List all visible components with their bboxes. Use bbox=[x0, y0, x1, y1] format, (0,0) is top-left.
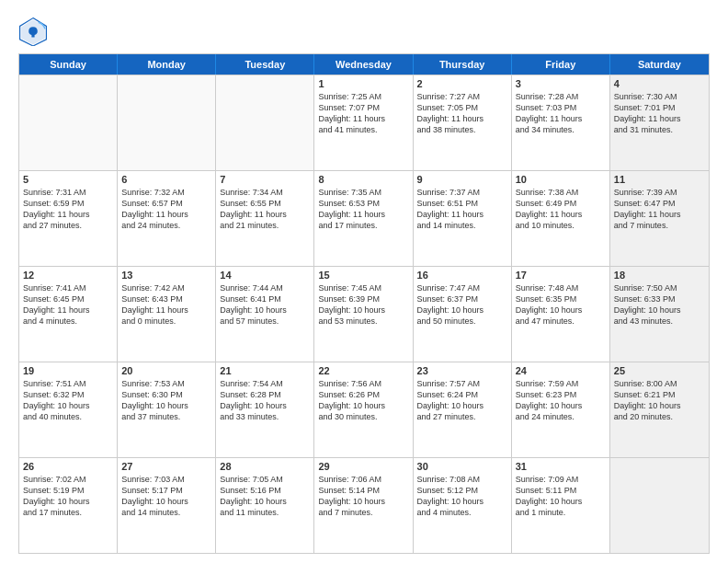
calendar-cell: 10Sunrise: 7:38 AM Sunset: 6:49 PM Dayli… bbox=[512, 171, 610, 266]
day-number: 9 bbox=[417, 174, 507, 185]
calendar-cell: 8Sunrise: 7:35 AM Sunset: 6:53 PM Daylig… bbox=[314, 171, 413, 266]
logo bbox=[18, 17, 51, 46]
day-number: 20 bbox=[121, 365, 211, 376]
calendar-cell: 31Sunrise: 7:09 AM Sunset: 5:11 PM Dayli… bbox=[512, 458, 610, 553]
day-info: Sunrise: 7:56 AM Sunset: 6:26 PM Dayligh… bbox=[318, 378, 408, 423]
calendar-cell: 15Sunrise: 7:45 AM Sunset: 6:39 PM Dayli… bbox=[314, 267, 413, 362]
day-number: 27 bbox=[121, 461, 211, 472]
day-number: 11 bbox=[614, 174, 705, 185]
day-info: Sunrise: 7:41 AM Sunset: 6:45 PM Dayligh… bbox=[23, 282, 113, 327]
day-info: Sunrise: 7:06 AM Sunset: 5:14 PM Dayligh… bbox=[318, 474, 408, 519]
day-number: 25 bbox=[614, 365, 705, 376]
day-number: 1 bbox=[318, 78, 408, 89]
day-info: Sunrise: 7:47 AM Sunset: 6:37 PM Dayligh… bbox=[417, 282, 507, 327]
calendar-cell: 5Sunrise: 7:31 AM Sunset: 6:59 PM Daylig… bbox=[19, 171, 118, 266]
day-info: Sunrise: 7:30 AM Sunset: 7:01 PM Dayligh… bbox=[614, 91, 705, 136]
day-number: 31 bbox=[516, 461, 606, 472]
day-info: Sunrise: 7:50 AM Sunset: 6:33 PM Dayligh… bbox=[614, 282, 705, 327]
day-number: 30 bbox=[417, 461, 507, 472]
calendar-row-0: 1Sunrise: 7:25 AM Sunset: 7:07 PM Daylig… bbox=[19, 75, 709, 170]
day-info: Sunrise: 7:28 AM Sunset: 7:03 PM Dayligh… bbox=[516, 91, 606, 136]
day-info: Sunrise: 7:35 AM Sunset: 6:53 PM Dayligh… bbox=[318, 187, 408, 232]
day-info: Sunrise: 7:53 AM Sunset: 6:30 PM Dayligh… bbox=[121, 378, 211, 423]
day-number: 12 bbox=[23, 270, 113, 281]
header-day-thursday: Thursday bbox=[414, 54, 512, 75]
calendar-cell: 25Sunrise: 8:00 AM Sunset: 6:21 PM Dayli… bbox=[610, 362, 709, 457]
day-info: Sunrise: 7:54 AM Sunset: 6:28 PM Dayligh… bbox=[220, 378, 310, 423]
calendar-row-4: 26Sunrise: 7:02 AM Sunset: 5:19 PM Dayli… bbox=[19, 457, 709, 553]
calendar-cell: 4Sunrise: 7:30 AM Sunset: 7:01 PM Daylig… bbox=[610, 75, 709, 170]
day-number: 5 bbox=[23, 174, 113, 185]
day-info: Sunrise: 7:09 AM Sunset: 5:11 PM Dayligh… bbox=[516, 474, 606, 519]
day-info: Sunrise: 7:48 AM Sunset: 6:35 PM Dayligh… bbox=[516, 282, 606, 327]
day-number: 3 bbox=[516, 78, 606, 89]
calendar-cell: 19Sunrise: 7:51 AM Sunset: 6:32 PM Dayli… bbox=[19, 362, 118, 457]
calendar-cell: 18Sunrise: 7:50 AM Sunset: 6:33 PM Dayli… bbox=[610, 267, 709, 362]
header-day-saturday: Saturday bbox=[610, 54, 709, 75]
calendar: SundayMondayTuesdayWednesdayThursdayFrid… bbox=[18, 53, 710, 554]
calendar-cell: 13Sunrise: 7:42 AM Sunset: 6:43 PM Dayli… bbox=[118, 267, 216, 362]
day-info: Sunrise: 7:51 AM Sunset: 6:32 PM Dayligh… bbox=[23, 378, 113, 423]
calendar-cell: 21Sunrise: 7:54 AM Sunset: 6:28 PM Dayli… bbox=[216, 362, 314, 457]
day-info: Sunrise: 7:32 AM Sunset: 6:57 PM Dayligh… bbox=[121, 187, 211, 232]
calendar-cell: 17Sunrise: 7:48 AM Sunset: 6:35 PM Dayli… bbox=[512, 267, 610, 362]
header-day-tuesday: Tuesday bbox=[216, 54, 314, 75]
day-number: 4 bbox=[614, 78, 705, 89]
calendar-cell: 3Sunrise: 7:28 AM Sunset: 7:03 PM Daylig… bbox=[512, 75, 610, 170]
calendar-header: SundayMondayTuesdayWednesdayThursdayFrid… bbox=[19, 54, 709, 75]
day-info: Sunrise: 7:38 AM Sunset: 6:49 PM Dayligh… bbox=[516, 187, 606, 232]
calendar-row-2: 12Sunrise: 7:41 AM Sunset: 6:45 PM Dayli… bbox=[19, 266, 709, 362]
day-info: Sunrise: 7:42 AM Sunset: 6:43 PM Dayligh… bbox=[121, 282, 211, 327]
day-number: 28 bbox=[220, 461, 310, 472]
calendar-row-3: 19Sunrise: 7:51 AM Sunset: 6:32 PM Dayli… bbox=[19, 362, 709, 457]
day-info: Sunrise: 7:03 AM Sunset: 5:17 PM Dayligh… bbox=[121, 474, 211, 519]
day-info: Sunrise: 7:37 AM Sunset: 6:51 PM Dayligh… bbox=[417, 187, 507, 232]
calendar-cell: 28Sunrise: 7:05 AM Sunset: 5:16 PM Dayli… bbox=[216, 458, 314, 553]
day-info: Sunrise: 7:59 AM Sunset: 6:23 PM Dayligh… bbox=[516, 378, 606, 423]
page: SundayMondayTuesdayWednesdayThursdayFrid… bbox=[0, 0, 728, 563]
day-info: Sunrise: 7:45 AM Sunset: 6:39 PM Dayligh… bbox=[318, 282, 408, 327]
calendar-cell: 23Sunrise: 7:57 AM Sunset: 6:24 PM Dayli… bbox=[414, 362, 512, 457]
calendar-cell: 2Sunrise: 7:27 AM Sunset: 7:05 PM Daylig… bbox=[414, 75, 512, 170]
day-number: 14 bbox=[220, 270, 310, 281]
day-info: Sunrise: 7:31 AM Sunset: 6:59 PM Dayligh… bbox=[23, 187, 113, 232]
calendar-cell: 1Sunrise: 7:25 AM Sunset: 7:07 PM Daylig… bbox=[314, 75, 413, 170]
calendar-cell: 30Sunrise: 7:08 AM Sunset: 5:12 PM Dayli… bbox=[414, 458, 512, 553]
calendar-cell bbox=[610, 458, 709, 553]
day-info: Sunrise: 7:57 AM Sunset: 6:24 PM Dayligh… bbox=[417, 378, 507, 423]
day-number: 10 bbox=[516, 174, 606, 185]
day-info: Sunrise: 7:08 AM Sunset: 5:12 PM Dayligh… bbox=[417, 474, 507, 519]
day-number: 23 bbox=[417, 365, 507, 376]
calendar-cell: 12Sunrise: 7:41 AM Sunset: 6:45 PM Dayli… bbox=[19, 267, 118, 362]
day-number: 8 bbox=[318, 174, 408, 185]
day-number: 21 bbox=[220, 365, 310, 376]
calendar-row-1: 5Sunrise: 7:31 AM Sunset: 6:59 PM Daylig… bbox=[19, 170, 709, 266]
header-day-monday: Monday bbox=[118, 54, 216, 75]
calendar-cell: 27Sunrise: 7:03 AM Sunset: 5:17 PM Dayli… bbox=[118, 458, 216, 553]
day-number: 24 bbox=[516, 365, 606, 376]
day-number: 7 bbox=[220, 174, 310, 185]
day-info: Sunrise: 7:25 AM Sunset: 7:07 PM Dayligh… bbox=[318, 91, 408, 136]
calendar-cell bbox=[19, 75, 118, 170]
day-number: 6 bbox=[121, 174, 211, 185]
calendar-cell: 16Sunrise: 7:47 AM Sunset: 6:37 PM Dayli… bbox=[414, 267, 512, 362]
calendar-cell: 26Sunrise: 7:02 AM Sunset: 5:19 PM Dayli… bbox=[19, 458, 118, 553]
day-number: 15 bbox=[318, 270, 408, 281]
day-info: Sunrise: 7:39 AM Sunset: 6:47 PM Dayligh… bbox=[614, 187, 705, 232]
calendar-cell: 14Sunrise: 7:44 AM Sunset: 6:41 PM Dayli… bbox=[216, 267, 314, 362]
day-info: Sunrise: 8:00 AM Sunset: 6:21 PM Dayligh… bbox=[614, 378, 705, 423]
header-day-friday: Friday bbox=[512, 54, 610, 75]
day-info: Sunrise: 7:27 AM Sunset: 7:05 PM Dayligh… bbox=[417, 91, 507, 136]
day-number: 22 bbox=[318, 365, 408, 376]
day-info: Sunrise: 7:02 AM Sunset: 5:19 PM Dayligh… bbox=[23, 474, 113, 519]
day-info: Sunrise: 7:44 AM Sunset: 6:41 PM Dayligh… bbox=[220, 282, 310, 327]
header-day-wednesday: Wednesday bbox=[314, 54, 413, 75]
calendar-cell: 20Sunrise: 7:53 AM Sunset: 6:30 PM Dayli… bbox=[118, 362, 216, 457]
calendar-cell bbox=[216, 75, 314, 170]
calendar-cell: 11Sunrise: 7:39 AM Sunset: 6:47 PM Dayli… bbox=[610, 171, 709, 266]
calendar-cell bbox=[118, 75, 216, 170]
day-number: 2 bbox=[417, 78, 507, 89]
calendar-cell: 6Sunrise: 7:32 AM Sunset: 6:57 PM Daylig… bbox=[118, 171, 216, 266]
day-info: Sunrise: 7:34 AM Sunset: 6:55 PM Dayligh… bbox=[220, 187, 310, 232]
calendar-cell: 7Sunrise: 7:34 AM Sunset: 6:55 PM Daylig… bbox=[216, 171, 314, 266]
